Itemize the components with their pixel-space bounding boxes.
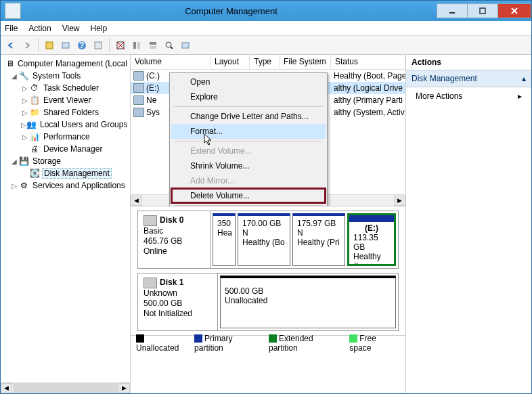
toolbar-icon[interactable] (42, 38, 57, 53)
toolbar-icon[interactable] (91, 38, 106, 53)
volume-list: Volume Layout Type File System Status (C… (131, 55, 405, 206)
toolbar-icon[interactable] (178, 38, 193, 53)
volume-icon (133, 71, 144, 81)
app-icon (5, 3, 21, 19)
svg-line-17 (171, 47, 173, 49)
disk-row: Disk 0 Basic 465.76 GB Online 350Hea 170… (137, 211, 399, 269)
ctx-extend: Extend Volume... (171, 144, 326, 158)
svg-rect-1 (480, 8, 485, 14)
disk-pane: Disk 0 Basic 465.76 GB Online 350Hea 170… (131, 206, 405, 393)
ctx-shrink[interactable]: Shrink Volume... (171, 158, 326, 173)
back-button[interactable] (3, 38, 18, 53)
tree-systools[interactable]: ◢🔧System Tools (2, 70, 129, 82)
disk-info[interactable]: Disk 0 Basic 465.76 GB Online (138, 211, 210, 268)
help-icon[interactable]: ? (74, 38, 89, 53)
legend: Unallocated Primary partition Extended p… (131, 335, 405, 350)
svg-rect-4 (46, 42, 53, 49)
disk-icon (143, 215, 157, 226)
disk-icon (143, 278, 157, 288)
tree-hscroll[interactable]: ◀▶ (1, 382, 130, 393)
actions-pane: Actions Disk Management ▴ More Actions ▸ (406, 55, 531, 393)
menu-file[interactable]: File (5, 24, 18, 33)
partition[interactable]: 175.97 GB NHealthy (Pri (292, 213, 345, 266)
tree-localusers[interactable]: ▷👥Local Users and Groups (2, 118, 129, 131)
svg-rect-5 (62, 43, 69, 48)
volume-icon (133, 83, 144, 93)
tree-devmgr[interactable]: 🖨Device Manager (2, 143, 129, 155)
tree-scheduler[interactable]: ▷⏱Task Scheduler (2, 82, 129, 94)
toolbar-icon[interactable] (113, 38, 128, 53)
disk-info[interactable]: Disk 1 Unknown 500.00 GB Not Initialized (138, 273, 218, 330)
volume-icon (133, 108, 144, 117)
svg-rect-15 (150, 46, 156, 49)
col-status[interactable]: Status (331, 55, 405, 69)
tree-pane: 🖥Computer Management (Local ◢🔧System Too… (1, 55, 131, 393)
tree-perf[interactable]: ▷📊Performance (2, 131, 129, 143)
svg-rect-13 (137, 42, 140, 49)
svg-rect-18 (182, 43, 189, 48)
svg-rect-14 (150, 42, 156, 45)
collapse-icon[interactable]: ▴ (522, 74, 526, 83)
menu-action[interactable]: Action (28, 24, 51, 33)
toolbar-icon[interactable] (58, 38, 73, 53)
ctx-change-letter[interactable]: Change Drive Letter and Paths... (171, 109, 326, 124)
col-layout[interactable]: Layout (210, 55, 250, 69)
tree-storage[interactable]: ◢💾Storage (2, 155, 129, 167)
ctx-delete[interactable]: Delete Volume... (171, 188, 326, 203)
minimize-button[interactable] (437, 3, 468, 18)
ctx-format[interactable]: Format... (171, 124, 326, 139)
svg-point-16 (166, 42, 171, 47)
col-volume[interactable]: Volume (131, 55, 210, 69)
ctx-addmirror: Add Mirror... (171, 173, 326, 188)
partition[interactable]: 350Hea (213, 213, 236, 266)
ctx-open[interactable]: Open (171, 74, 326, 89)
chevron-right-icon: ▸ (518, 91, 522, 101)
actions-more[interactable]: More Actions ▸ (406, 87, 531, 105)
toolbar-icon[interactable] (129, 38, 144, 53)
menu-view[interactable]: View (62, 24, 80, 33)
main-pane: Volume Layout Type File System Status (C… (131, 55, 406, 393)
menubar: File Action View Help (1, 21, 531, 36)
partition-selected[interactable]: (E:) 113.35 GB Healthy (L (347, 213, 396, 266)
toolbar: ? (1, 36, 531, 55)
tree-eventviewer[interactable]: ▷📋Event Viewer (2, 94, 129, 106)
tree-diskmgmt[interactable]: 💽Disk Management (2, 167, 129, 179)
svg-text:?: ? (79, 41, 84, 50)
tree-shared[interactable]: ▷📁Shared Folders (2, 106, 129, 118)
ctx-explore[interactable]: Explore (171, 89, 326, 104)
actions-header: Actions (406, 55, 531, 70)
tree-services[interactable]: ▷⚙Services and Applications (2, 179, 129, 192)
col-type[interactable]: Type (250, 55, 280, 69)
actions-section[interactable]: Disk Management ▴ (406, 70, 531, 87)
tree-root[interactable]: 🖥Computer Management (Local (2, 58, 129, 70)
volume-icon (133, 95, 144, 105)
context-menu: Open Explore Change Drive Letter and Pat… (169, 72, 328, 206)
disk-row: Disk 1 Unknown 500.00 GB Not Initialized… (137, 273, 399, 331)
window-title: Computer Management (25, 6, 437, 16)
partition[interactable]: 170.00 GB NHealthy (Bo (238, 213, 290, 266)
menu-help[interactable]: Help (91, 24, 108, 33)
col-fs[interactable]: File System (280, 55, 331, 69)
partition-unallocated[interactable]: 500.00 GB Unallocated (220, 276, 396, 328)
forward-button[interactable] (20, 38, 35, 53)
svg-rect-12 (133, 42, 136, 49)
titlebar[interactable]: Computer Management (1, 1, 531, 21)
toolbar-icon[interactable] (162, 38, 177, 53)
toolbar-icon[interactable] (146, 38, 160, 53)
svg-rect-8 (95, 42, 102, 49)
maximize-button[interactable] (467, 3, 498, 18)
close-button[interactable] (497, 3, 531, 18)
